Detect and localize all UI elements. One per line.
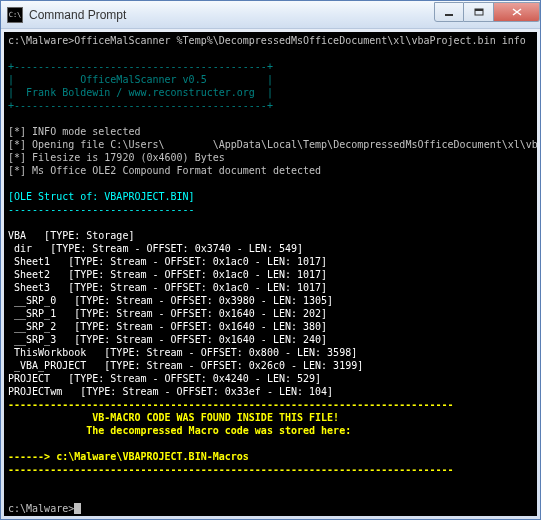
stream-sheet1: Sheet1 [TYPE: Stream - OFFSET: 0x1ac0 - … [8,256,327,267]
stream-sheet2: Sheet2 [TYPE: Stream - OFFSET: 0x1ac0 - … [8,269,327,280]
stream-thiswb: ThisWorkbook [TYPE: Stream - OFFSET: 0x8… [8,347,357,358]
cursor [74,503,81,514]
maximize-button[interactable] [464,2,494,22]
result-msg2: The decompressed Macro code was stored h… [8,425,351,436]
stream-sheet3: Sheet3 [TYPE: Stream - OFFSET: 0x1ac0 - … [8,282,327,293]
stream-srp1: __SRP_1 [TYPE: Stream - OFFSET: 0x1640 -… [8,308,327,319]
info-file-a: [*] Opening file C:\Users\ [8,139,165,150]
svg-rect-2 [475,9,483,11]
close-button[interactable] [494,2,540,22]
stream-project: PROJECT [TYPE: Stream - OFFSET: 0x4240 -… [8,373,321,384]
stream-vba: VBA [TYPE: Storage] [8,230,134,241]
command-text: OfficeMalScanner %Temp%\DecompressedMsOf… [74,35,526,46]
titlebar[interactable]: C:\ Command Prompt [1,1,540,29]
command-prompt-window: C:\ Command Prompt c:\Malware>OfficeMalS… [0,0,541,520]
result-sep-top: ----------------------------------------… [8,399,454,410]
minimize-icon [444,8,454,16]
app-icon: C:\ [7,7,23,23]
stream-srp2: __SRP_2 [TYPE: Stream - OFFSET: 0x1640 -… [8,321,327,332]
banner-top: +---------------------------------------… [8,61,273,72]
ole-sep: ------------------------------- [8,204,195,215]
terminal-output[interactable]: c:\Malware>OfficeMalScanner %Temp%\Decom… [4,32,537,516]
info-filesize: [*] Filesize is 17920 (0x4600) Bytes [8,152,225,163]
result-msg1: VB-MACRO CODE WAS FOUND INSIDE THIS FILE… [8,412,339,423]
ole-header: [OLE Struct of: VBAPROJECT.BIN] [8,191,195,202]
stream-srp3: __SRP_3 [TYPE: Stream - OFFSET: 0x1640 -… [8,334,327,345]
info-file-b: \AppData\Local\Temp\DecompressedMsOffice… [213,139,537,150]
result-path: ------> c:\Malware\VBAPROJECT.BIN-Macros [8,451,249,462]
window-controls [434,2,540,22]
stream-vbaproj: _VBA_PROJECT [TYPE: Stream - OFFSET: 0x2… [8,360,363,371]
final-prompt: c:\Malware> [8,503,74,514]
stream-srp0: __SRP_0 [TYPE: Stream - OFFSET: 0x3980 -… [8,295,333,306]
banner-line1: | OfficeMalScanner v0.5 | [8,74,273,85]
prompt-path: c:\Malware> [8,35,74,46]
maximize-icon [474,8,484,16]
banner-bottom: +---------------------------------------… [8,100,273,111]
stream-dir: dir [TYPE: Stream - OFFSET: 0x3740 - LEN… [8,243,303,254]
info-format: [*] Ms Office OLE2 Compound Format docum… [8,165,321,176]
svg-rect-0 [445,14,453,16]
minimize-button[interactable] [434,2,464,22]
info-mode: [*] INFO mode selected [8,126,140,137]
result-sep-bot: ----------------------------------------… [8,464,454,475]
window-title: Command Prompt [29,8,434,22]
stream-projectwm: PROJECTwm [TYPE: Stream - OFFSET: 0x33ef… [8,386,333,397]
banner-line2: | Frank Boldewin / www.reconstructer.org… [8,87,273,98]
close-icon [512,8,522,16]
